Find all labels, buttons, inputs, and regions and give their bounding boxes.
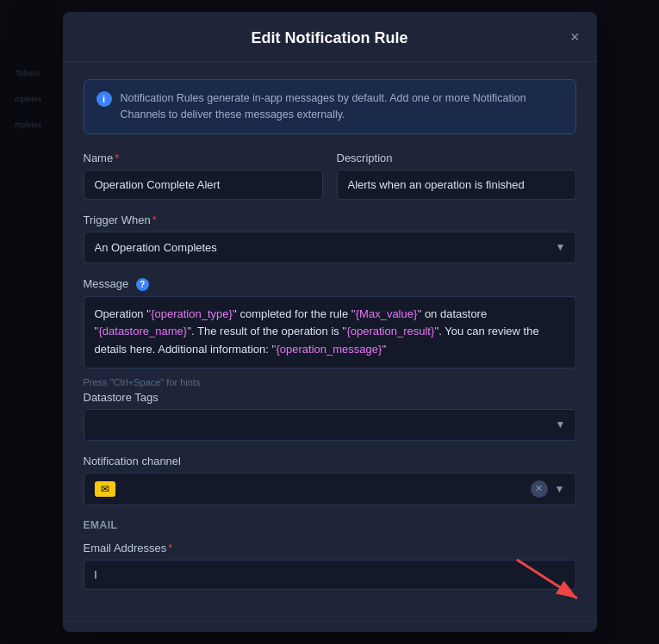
message-group: Message ? Operation ''{operation_type}''…: [84, 277, 576, 387]
trigger-group: Trigger When* An Operation Completes ▼: [84, 214, 576, 263]
edit-notification-modal: Edit Notification Rule × i Notification …: [63, 12, 597, 632]
name-input[interactable]: [84, 170, 323, 200]
name-description-row: Name* Description: [84, 152, 576, 200]
description-group: Description: [337, 152, 576, 200]
info-banner: i Notification Rules generate in-app mes…: [84, 79, 576, 134]
trigger-select-wrapper: An Operation Completes ▼: [84, 232, 576, 263]
modal-body: i Notification Rules generate in-app mes…: [63, 62, 597, 621]
email-section-label: Email: [84, 519, 576, 531]
email-addresses-input[interactable]: [84, 560, 576, 590]
message-input[interactable]: Operation ''{operation_type}'' completed…: [84, 296, 576, 368]
modal-footer: Test notification Cancel Save: [63, 622, 597, 632]
modal-title: Edit Notification Rule: [252, 29, 408, 46]
datastore-tags-select[interactable]: [84, 409, 576, 441]
email-addresses-label: Email Addresses*: [84, 542, 576, 554]
close-button[interactable]: ×: [567, 26, 583, 48]
channel-remove-icon[interactable]: ✕: [531, 480, 548, 498]
description-label: Description: [337, 152, 576, 164]
message-help-icon[interactable]: ?: [136, 278, 149, 291]
datastore-tags-select-wrapper: ▼: [84, 409, 576, 441]
email-addresses-group: Email Addresses*: [84, 542, 576, 590]
message-hint-text: Press "Ctrl+Space" for hints: [84, 377, 576, 387]
info-banner-text: Notification Rules generate in-app messa…: [121, 90, 563, 123]
message-label: Message ?: [84, 277, 576, 291]
info-icon: i: [96, 91, 112, 107]
description-input[interactable]: [337, 170, 576, 200]
trigger-select[interactable]: An Operation Completes: [84, 232, 576, 263]
datastore-tags-label: Datastore Tags: [84, 391, 576, 404]
notification-channel-label: Notification channel: [84, 455, 576, 468]
trigger-label: Trigger When*: [84, 214, 576, 226]
datastore-tags-group: Datastore Tags ▼: [84, 391, 576, 441]
modal-header: Edit Notification Rule ×: [63, 12, 597, 62]
name-label: Name*: [84, 152, 323, 164]
notification-channel-group: Notification channel ✉ ✕ ▼: [84, 455, 576, 505]
name-group: Name*: [84, 152, 323, 200]
channel-row: ✉ ✕ ▼: [84, 473, 576, 505]
channel-dropdown-icon[interactable]: ▼: [555, 483, 565, 495]
email-channel-icon: ✉: [95, 481, 115, 497]
